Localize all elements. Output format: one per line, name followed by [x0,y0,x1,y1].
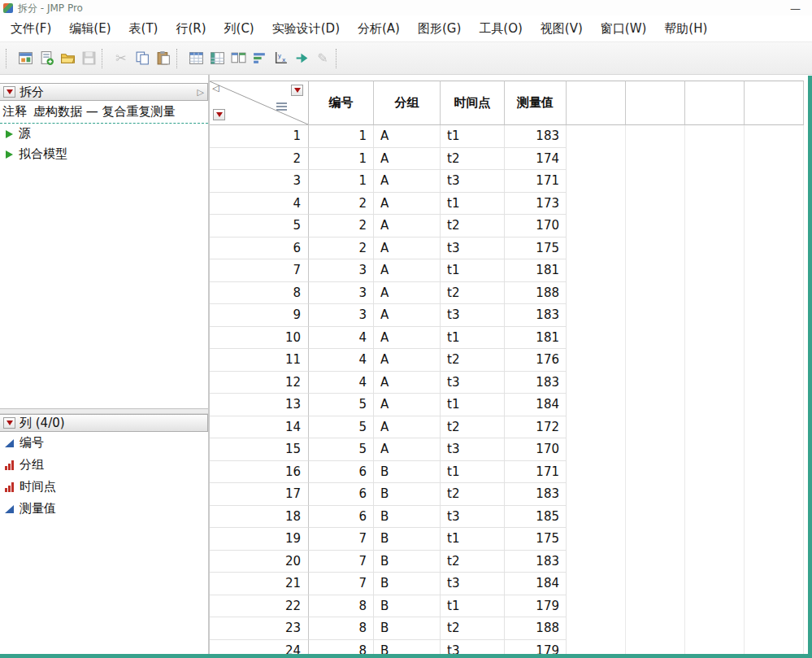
table-cell[interactable]: A [374,170,441,193]
empty-cell[interactable] [567,617,626,640]
column-list-item-2[interactable]: 时间点 [0,476,208,498]
empty-cell[interactable] [745,282,804,305]
table-cell[interactable]: 179 [505,595,567,618]
table-cell[interactable]: t3 [441,372,505,394]
empty-cell[interactable] [685,327,745,350]
row-number[interactable]: 9 [210,304,309,327]
column-list-item-0[interactable]: 编号 [0,432,208,454]
table-cell[interactable]: 1 [309,148,374,171]
data-table-icon[interactable] [186,49,206,68]
table-cell[interactable]: A [374,148,441,171]
table-cell[interactable]: A [374,372,441,394]
empty-cell[interactable] [685,595,745,618]
empty-cell[interactable] [567,259,626,282]
empty-cell[interactable] [626,193,685,216]
empty-cell[interactable] [685,461,745,484]
table-cell[interactable]: 183 [505,483,567,506]
table-cell[interactable]: 183 [505,551,567,573]
empty-cell[interactable] [685,483,745,506]
empty-cell[interactable] [626,506,685,529]
table-cell[interactable]: A [374,193,441,216]
empty-cell[interactable] [745,528,804,551]
table-cell[interactable]: B [374,506,441,529]
script-item-0[interactable]: 源 [0,124,208,144]
table-cell[interactable]: A [374,215,441,237]
table-cell[interactable]: 172 [505,416,567,439]
summary-table-icon[interactable] [207,49,227,68]
row-number[interactable]: 2 [210,148,309,171]
script-item-1[interactable]: 拟合模型 [0,144,208,164]
empty-cell[interactable] [567,573,626,595]
table-cell[interactable]: 5 [309,438,374,461]
empty-cell[interactable] [567,125,626,148]
row-number[interactable]: 22 [210,595,309,618]
empty-cell[interactable] [567,528,626,551]
table-cell[interactable]: t1 [441,394,505,416]
table-cell[interactable]: A [374,416,441,439]
table-cell[interactable]: 7 [309,573,374,595]
table-cell[interactable]: 7 [309,528,374,551]
empty-cell[interactable] [626,573,685,595]
empty-cell[interactable] [745,461,804,484]
empty-cell[interactable] [567,148,626,171]
table-cell[interactable]: t1 [441,528,505,551]
empty-cell[interactable] [685,170,745,193]
row-number[interactable]: 20 [210,551,309,573]
row-number[interactable]: 5 [210,215,309,237]
goto-icon[interactable] [292,49,311,68]
expand-right-icon[interactable] [198,87,204,98]
empty-cell[interactable] [567,193,626,216]
empty-cell[interactable] [626,170,685,193]
menu-item-0[interactable]: 文件(F) [2,18,60,40]
column-header-3[interactable]: 测量值 [505,81,567,125]
row-number[interactable]: 12 [210,372,309,394]
empty-cell[interactable] [745,304,804,327]
row-number[interactable]: 14 [210,416,309,439]
empty-cell[interactable] [745,193,804,216]
table-cell[interactable]: t1 [441,259,505,282]
menu-item-3[interactable]: 行(R) [167,18,215,40]
table-annotation[interactable]: 注释 虚构数据 — 复合重复测量 [0,101,208,124]
table-cell[interactable]: 175 [505,528,567,551]
table-cell[interactable]: B [374,483,441,506]
menu-item-2[interactable]: 表(T) [120,18,167,40]
table-cell[interactable]: t3 [441,304,505,327]
formula-icon[interactable]: yx [271,49,290,68]
table-cell[interactable]: 171 [505,461,567,484]
column-header-1[interactable]: 分组 [374,81,441,125]
empty-cell[interactable] [567,170,626,193]
table-cell[interactable]: 3 [309,259,374,282]
table-cell[interactable]: 183 [505,304,567,327]
table-cell[interactable]: t1 [441,193,505,216]
table-cell[interactable]: A [374,237,441,260]
table-cell[interactable]: 181 [505,259,567,282]
row-number[interactable]: 17 [210,483,309,506]
column-header-2[interactable]: 时间点 [441,81,505,125]
table-cell[interactable]: 4 [309,327,374,350]
row-number[interactable]: 18 [210,506,309,529]
empty-cell[interactable] [685,438,745,461]
empty-cell[interactable] [626,125,685,148]
row-number[interactable]: 7 [210,259,309,282]
new-window-icon[interactable] [15,49,35,68]
row-number[interactable]: 19 [210,528,309,551]
table-cell[interactable]: 1 [309,170,374,193]
table-cell[interactable]: A [374,282,441,305]
table-cell[interactable]: A [374,259,441,282]
empty-cell[interactable] [626,461,685,484]
new-journal-icon[interactable] [37,49,56,68]
sort-bars-icon[interactable] [250,49,269,68]
table-cell[interactable]: 5 [309,394,374,416]
row-number[interactable]: 8 [210,282,309,305]
empty-cell[interactable] [685,394,745,416]
row-number[interactable]: 13 [210,394,309,416]
empty-cell[interactable] [685,237,745,260]
table-cell[interactable]: 7 [309,551,374,573]
table-cell[interactable]: A [374,125,441,148]
row-number[interactable]: 16 [210,461,309,484]
empty-cell[interactable] [626,528,685,551]
row-number[interactable]: 23 [210,617,309,640]
menu-item-9[interactable]: 视图(V) [532,18,592,40]
table-cell[interactable]: B [374,551,441,573]
empty-cell[interactable] [685,528,745,551]
